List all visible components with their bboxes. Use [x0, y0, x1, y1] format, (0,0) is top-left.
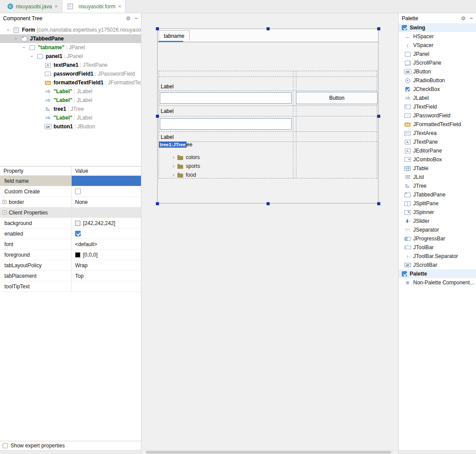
tree-item-passwordfield1[interactable]: passwordField1 : JPasswordField: [0, 69, 141, 78]
scrollbar-thumb[interactable]: [146, 451, 391, 454]
palette-item-hspacer[interactable]: HSpacer: [399, 32, 476, 41]
tree-item-label[interactable]: "Label" : JLabel: [0, 87, 141, 96]
tree-item-form[interactable]: Form (com.nanolaba.expertises.y175026.ni…: [0, 25, 141, 34]
palette-item-vspacer[interactable]: VSpacer: [399, 41, 476, 50]
palette-item-jbutton[interactable]: JButton: [399, 67, 476, 76]
property-value-editor[interactable]: [71, 176, 141, 186]
resize-handle[interactable]: [267, 202, 270, 205]
palette-item-jformattedtextfield[interactable]: JFormattedTextField: [399, 120, 476, 129]
gear-icon[interactable]: [126, 15, 131, 22]
resize-handle[interactable]: [156, 27, 159, 30]
palette-item-jscrollpane[interactable]: JScrollPane: [399, 58, 476, 67]
tree-node-food[interactable]: food: [159, 171, 196, 179]
palette-item-jcheckbox[interactable]: JCheckBox: [399, 85, 476, 94]
palette-item-jseparator[interactable]: JSeparator: [399, 225, 476, 234]
form-text-field[interactable]: [160, 92, 292, 104]
close-icon[interactable]: [54, 3, 58, 10]
expand-icon[interactable]: [3, 200, 7, 204]
tree-item-formattedtextfield1[interactable]: formattedTextField1 : JFormattedTex: [0, 78, 141, 87]
tree-node-colors[interactable]: colors: [159, 153, 200, 161]
property-row-font[interactable]: font <default>: [0, 239, 141, 250]
property-row-foreground[interactable]: foreground [0,0,0]: [0, 250, 141, 260]
palette-item-jtextarea[interactable]: JTextArea: [399, 129, 476, 138]
tree-item-button1[interactable]: button1 : JButton: [0, 122, 141, 131]
tree-item-jtabbedpane[interactable]: JTabbedPane: [0, 34, 141, 43]
chevron-down-icon[interactable]: [4, 27, 12, 33]
editor-tab-java[interactable]: nixuyasobi.java: [4, 0, 62, 13]
palette-group-swing[interactable]: Swing: [399, 23, 476, 32]
form-text-field[interactable]: [160, 118, 292, 130]
chevron-down-icon[interactable]: [20, 45, 28, 50]
property-row-tooltiptext[interactable]: toolTipText: [0, 281, 141, 292]
palette-item-jspinner[interactable]: JSpinner: [399, 208, 476, 217]
expert-properties-row[interactable]: Show expert properties: [0, 441, 141, 450]
resize-handle[interactable]: [156, 202, 159, 205]
palette-item-jpanel[interactable]: JPanel: [399, 50, 476, 58]
designed-form[interactable]: tabname Label Button Label: [157, 29, 379, 203]
property-row-tabplacement[interactable]: tabPlacement Top: [0, 271, 141, 281]
form-label[interactable]: Label: [161, 84, 173, 90]
resize-handle[interactable]: [267, 27, 270, 30]
swing-group-checkbox[interactable]: [402, 25, 407, 30]
tree-item-textpane1[interactable]: textPane1 : JTextPane: [0, 61, 141, 69]
resize-handle[interactable]: [377, 115, 380, 118]
palette-item-jradiobutton[interactable]: JRadioButton: [399, 76, 476, 85]
palette-item-jslider[interactable]: JSlider: [399, 217, 476, 225]
palette-item-jprogressbar[interactable]: JProgressBar: [399, 234, 476, 243]
palette-item-jscrollbar[interactable]: JScrollBar: [399, 261, 476, 269]
chevron-down-icon[interactable]: [12, 36, 20, 41]
palette-item-non-palette-component[interactable]: Non-Palette Component...: [399, 278, 476, 287]
chevron-right-icon[interactable]: [170, 154, 177, 160]
palette-group-palette[interactable]: Palette: [399, 269, 476, 278]
tree-node-sports[interactable]: sports: [159, 162, 200, 170]
gear-icon[interactable]: [461, 15, 466, 22]
palette-item-jpasswordfield[interactable]: JPasswordField: [399, 111, 476, 120]
palette-item-jlabel[interactable]: JLabel: [399, 94, 476, 102]
form-label[interactable]: Label: [161, 108, 173, 114]
palette-item-jsplitpane[interactable]: JSplitPane: [399, 199, 476, 208]
hide-panel-icon[interactable]: [469, 15, 473, 22]
property-row-tablayoutpolicy[interactable]: tabLayoutPolicy Wrap: [0, 260, 141, 271]
custom-create-checkbox[interactable]: [75, 189, 81, 194]
palette-item-jtabbedpane[interactable]: JTabbedPane: [399, 190, 476, 199]
property-row-enabled[interactable]: enabled: [0, 229, 141, 239]
resize-handle[interactable]: [156, 115, 159, 118]
palette-item-jtable[interactable]: JTable: [399, 164, 476, 173]
property-row-background[interactable]: background [242,242,242]: [0, 218, 141, 229]
chevron-right-icon[interactable]: [170, 163, 177, 169]
editor-tab-form[interactable]: nixuyasobi.form: [62, 0, 126, 13]
close-icon[interactable]: [118, 3, 122, 10]
show-expert-properties-checkbox[interactable]: [3, 443, 8, 448]
property-row-field-name[interactable]: field name: [0, 176, 141, 186]
palette-item-jtextfield[interactable]: JTextField: [399, 102, 476, 111]
palette-item-jtree[interactable]: JTree: [399, 182, 476, 190]
resize-handle[interactable]: [377, 27, 380, 30]
palette-item-jtoolbar[interactable]: JToolBar: [399, 243, 476, 252]
form-button[interactable]: Button: [296, 92, 378, 104]
tree-item-label[interactable]: "Label" : JLabel: [0, 113, 141, 122]
horizontal-scrollbar[interactable]: [141, 450, 398, 454]
property-row-custom-create[interactable]: Custom Create: [0, 186, 141, 197]
hide-panel-icon[interactable]: [134, 15, 138, 22]
palette-item-jeditorpane[interactable]: JEditorPane: [399, 146, 476, 155]
palette-item-jcombobox[interactable]: JComboBox: [399, 155, 476, 164]
tabbed-pane-content[interactable]: Label Button Label Label tree1:JTreeee c…: [158, 42, 378, 203]
palette-item-jtextpane[interactable]: JTextPane: [399, 138, 476, 146]
expand-icon[interactable]: [3, 211, 7, 214]
enabled-checkbox[interactable]: [75, 231, 81, 236]
palette-group-checkbox[interactable]: [402, 271, 407, 276]
tree-item-label[interactable]: "Label" : JLabel: [0, 96, 141, 105]
palette-item-jlist[interactable]: JList: [399, 173, 476, 182]
form-label[interactable]: Label: [161, 134, 173, 140]
tree-item-tabname[interactable]: "tabname" : JPanel: [0, 43, 141, 52]
property-row-border[interactable]: border None: [0, 197, 141, 207]
tree-item-panel1[interactable]: panel1 : JPanel: [0, 52, 141, 61]
chevron-down-icon[interactable]: [28, 54, 36, 59]
palette-item-jtoolbar-separator[interactable]: JToolBar.Separator: [399, 252, 476, 261]
resize-handle[interactable]: [377, 202, 380, 205]
selected-component-chip[interactable]: tree1:JTreeee: [159, 142, 192, 148]
form-tab-tabname[interactable]: tabname: [159, 30, 190, 41]
form-designer-canvas[interactable]: tabname Label Button Label: [141, 13, 398, 454]
chevron-right-icon[interactable]: [170, 172, 177, 178]
property-row-client-properties[interactable]: Client Properties: [0, 207, 141, 218]
